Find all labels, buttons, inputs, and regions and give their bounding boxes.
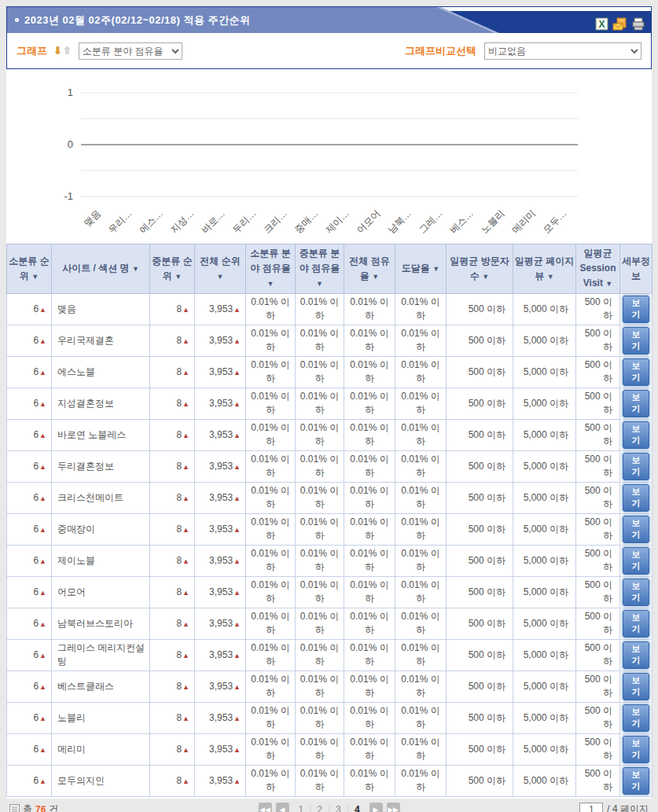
sort-descending-icon[interactable]: ▼ [432,265,439,273]
prev-page-button[interactable]: ◀ [275,803,289,812]
page-number-3[interactable]: 3 [330,804,347,812]
column-header-0[interactable]: 소분류 순위 ▼ [7,244,52,294]
y-tick-label: -1 [64,190,73,202]
view-details-button[interactable]: 보기 [623,673,649,700]
sort-descending-icon[interactable]: ▼ [547,273,554,281]
column-header-4[interactable]: 소분류 분야 점유율 ▼ [246,244,296,294]
sort-descending-icon[interactable]: ▼ [372,273,379,281]
midcat-rank-cell: 8▲ [150,419,195,450]
total-rank-cell: 3,953▲ [195,356,246,388]
view-details-button[interactable]: 보기 [623,610,649,637]
sort-descending-icon[interactable]: ▼ [482,273,489,281]
graph-metric-select[interactable]: 소분류 분야 점유율 [79,42,182,60]
reach-cell: 0.01% 이하 [395,639,447,671]
column-header-11: 세부정보 [620,244,652,294]
excel-export-icon[interactable]: X [595,17,608,31]
sort-asc-icon[interactable]: ⬆ [63,45,72,57]
sort-descending-icon[interactable]: ▼ [217,273,224,281]
detail-cell: 보기 [620,545,652,576]
total-share-cell: 0.01% 이하 [344,702,395,733]
column-header-10[interactable]: 일평균 Session Visit ▼ [576,244,620,294]
view-details-button[interactable]: 보기 [623,516,649,543]
graph-compare-select[interactable]: 비교없음 [484,42,641,60]
daily-visitors-cell: 500 이하 [447,325,513,356]
x-tick-label: 우리… [106,208,134,235]
sort-descending-icon[interactable]: ▼ [31,273,39,281]
view-details-button[interactable]: 보기 [623,547,649,575]
next-page-button[interactable]: ▶ [369,803,383,812]
graph-label: 그래프 [17,44,47,58]
rank-up-icon: ▲ [182,369,189,377]
subcat-share-cell: 0.01% 이하 [246,482,296,513]
print-icon[interactable] [631,17,645,31]
view-details-button[interactable]: 보기 [623,327,649,355]
subcat-rank-cell: 6▲ [7,356,52,388]
page-number-2[interactable]: 2 [311,804,328,812]
daily-pageviews-cell: 5,000 이하 [513,608,576,639]
column-header-2[interactable]: 중분류 순위 ▼ [150,244,195,294]
site-name-cell: 에스노블 [52,356,150,388]
column-header-1[interactable]: 사이트 / 섹션 명 ▼ [52,244,150,294]
svg-text:X: X [598,19,605,30]
midcat-rank-cell: 8▲ [150,733,195,765]
subcat-rank-cell: 6▲ [7,293,52,325]
last-page-button[interactable]: ▶▶ [387,803,400,812]
sort-desc-icon[interactable]: ⬇ [53,45,63,57]
chart-canvas: 10-1맺음우리…에스…지성…바로…두리…크리…중매…제이…어모어남북…그레…베… [6,74,652,241]
view-details-button[interactable]: 보기 [623,453,649,480]
view-details-button[interactable]: 보기 [623,390,649,417]
x-tick-label: 크리… [262,208,289,235]
midcat-rank-cell: 8▲ [150,608,195,639]
subcat-share-cell: 0.01% 이하 [246,608,296,639]
rank-up-icon: ▲ [233,652,241,660]
column-header-5[interactable]: 중분류 분야 점유율 ▼ [296,244,344,294]
column-header-8[interactable]: 일평균 방문자 수 ▼ [447,244,513,294]
daily-visitors-cell: 500 이하 [447,513,513,545]
page-number-1[interactable]: 1 [292,804,309,812]
rank-up-icon: ▲ [182,400,189,408]
column-header-9[interactable]: 일평균 페이지 뷰 ▼ [513,244,576,294]
subcat-rank-cell: 6▲ [7,671,52,702]
view-details-button[interactable]: 보기 [623,641,649,669]
rank-up-icon: ▲ [182,526,189,534]
reach-cell: 0.01% 이하 [395,702,447,733]
sort-descending-icon[interactable]: ▼ [175,273,182,281]
view-details-button[interactable]: 보기 [623,296,649,323]
view-details-button[interactable]: 보기 [623,736,649,763]
detail-cell: 보기 [620,419,652,450]
total-share-cell: 0.01% 이하 [344,733,395,765]
sort-descending-icon[interactable]: ▼ [132,265,139,273]
page-number-input[interactable] [579,803,603,812]
view-details-button[interactable]: 보기 [623,358,649,386]
pagination: ◀◀ ◀ 1|2|3|4 ▶ ▶▶ [258,803,399,812]
total-share-cell: 0.01% 이하 [344,450,395,482]
rank-up-icon: ▲ [233,526,241,534]
column-header-6[interactable]: 전체 점유율 ▼ [344,244,395,294]
subcat-rank-cell: 6▲ [7,388,52,419]
view-details-button[interactable]: 보기 [623,484,649,512]
sort-descending-icon[interactable]: ▼ [605,280,612,288]
sort-descending-icon[interactable]: ▼ [267,280,274,288]
first-page-button[interactable]: ◀◀ [258,803,271,812]
view-details-button[interactable]: 보기 [623,579,649,606]
rank-up-icon: ▲ [39,620,46,628]
column-header-7[interactable]: 도달율 ▼ [395,244,447,294]
column-header-3[interactable]: 전체 순위 ▼ [195,244,246,294]
daily-visitors-cell: 500 이하 [447,671,513,702]
rank-up-icon: ▲ [233,463,241,471]
rank-up-icon: ▲ [233,306,241,314]
sort-descending-icon[interactable]: ▼ [316,280,323,288]
detail-cell: 보기 [620,482,652,513]
view-details-button[interactable]: 보기 [623,421,649,449]
view-details-button[interactable]: 보기 [623,704,649,732]
mail-export-icon[interactable] [612,17,627,31]
midcat-share-cell: 0.01% 이하 [296,356,344,388]
rank-up-icon: ▲ [39,652,46,660]
rank-up-icon: ▲ [233,432,241,439]
daily-session-cell: 500 이하 [576,608,620,639]
view-details-button[interactable]: 보기 [623,767,649,795]
total-share-cell: 0.01% 이하 [344,545,395,576]
rank-up-icon: ▲ [39,306,46,314]
daily-pageviews-cell: 5,000 이하 [513,293,576,325]
x-tick-label: 베스… [448,208,476,235]
